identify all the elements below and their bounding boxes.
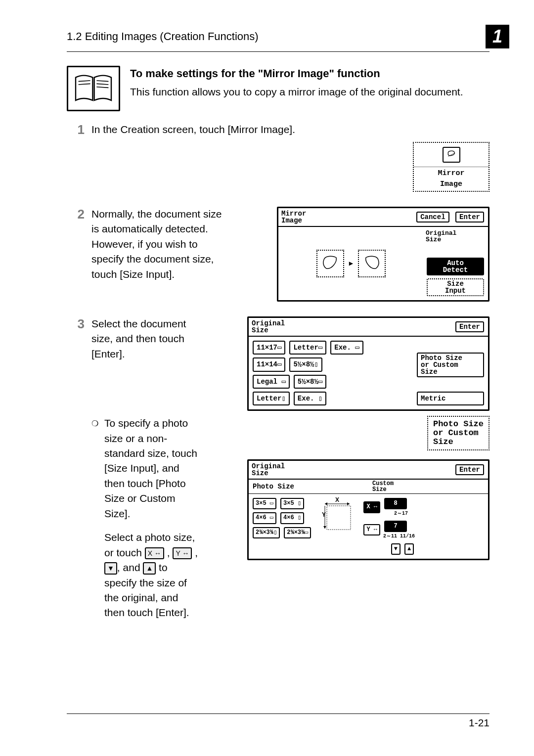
size-button[interactable]: Letter▯: [253, 392, 290, 405]
svg-marker-7: [347, 502, 350, 505]
photo-size-button[interactable]: 3×5 ▭: [253, 498, 276, 509]
step-number: 1: [67, 122, 85, 192]
step-text: In the Creation screen, touch [Mirror Im…: [91, 122, 490, 137]
y-range: 2～11 11/16: [383, 533, 415, 540]
screen-title: Original Size: [252, 463, 285, 477]
size-button[interactable]: 5½×8½▭: [294, 375, 326, 389]
metric-button[interactable]: Metric: [417, 392, 484, 405]
x-adjust-icon: X ↔: [145, 547, 164, 559]
size-button[interactable]: Legal ▭: [253, 375, 290, 389]
photo-custom-button[interactable]: Photo Size or Custom Size: [417, 353, 484, 377]
arrow-icon: ▶: [349, 259, 353, 268]
photo-size-button[interactable]: 3×5 ▯: [280, 498, 304, 509]
cancel-button[interactable]: Cancel: [416, 212, 449, 222]
mirror-image-button-label: Mirror: [438, 169, 464, 178]
photo-size-button[interactable]: 2¾×3¾▭: [284, 527, 311, 538]
custom-size-tab[interactable]: Custom Size: [368, 480, 488, 493]
y-value: 7: [384, 521, 407, 532]
step-text: Normally, the document size is automatic…: [91, 207, 230, 302]
increment-button[interactable]: ▲: [404, 543, 414, 555]
original-size-label: Original Size: [426, 230, 485, 243]
original-image-icon: [316, 250, 344, 277]
section-heading: To make settings for the "Mirror Image" …: [130, 66, 490, 82]
header-title: 1.2 Editing Images (Creation Functions): [67, 30, 259, 43]
section-description: This function allows you to copy a mirro…: [130, 85, 490, 99]
chapter-number-badge: 1: [486, 25, 509, 48]
size-button[interactable]: Exe. ▭: [330, 341, 363, 355]
screen-title: Mirror Image: [281, 210, 306, 224]
size-button[interactable]: Exe. ▯: [294, 392, 326, 405]
step-number: 2: [67, 207, 85, 302]
down-icon: ▼: [104, 562, 117, 574]
photo-size-tab[interactable]: Photo Size: [249, 480, 368, 493]
step-number: 3: [67, 316, 85, 621]
mirrored-image-icon: [358, 250, 386, 277]
size-button[interactable]: 11×14▭: [253, 357, 285, 371]
y-adjust-button[interactable]: Y ↔: [363, 524, 380, 535]
svg-marker-8: [325, 502, 327, 505]
decrement-button[interactable]: ▼: [391, 543, 400, 555]
photo-size-button[interactable]: 4×6 ▭: [253, 512, 276, 524]
size-button[interactable]: Letter▭: [289, 341, 326, 355]
svg-text:X: X: [335, 497, 339, 503]
photo-size-button[interactable]: 4×6 ▯: [280, 512, 304, 524]
size-button[interactable]: 5½×8½▯: [289, 357, 322, 371]
book-icon: [67, 66, 120, 111]
svg-text:Y: Y: [322, 511, 326, 518]
auto-detect-button[interactable]: Auto Detect: [427, 258, 484, 275]
photo-size-button[interactable]: 2¾×3¾▯: [253, 527, 280, 538]
step-text: Select the document size, and then touch…: [91, 316, 188, 411]
enter-button[interactable]: Enter: [455, 464, 484, 475]
photo-custom-standalone-button[interactable]: Photo Size or Custom Size: [427, 416, 490, 450]
mirror-icon: [443, 147, 460, 163]
x-range: 2～17: [383, 510, 408, 518]
x-adjust-button[interactable]: X ↔: [363, 501, 380, 513]
x-value: 8: [384, 498, 407, 509]
screen-title: Original Size: [252, 320, 285, 334]
page-number: 1-21: [469, 717, 490, 728]
enter-button[interactable]: Enter: [455, 212, 484, 222]
sub-step-text: Select a photo size, or touch X ↔ , Y ↔ …: [104, 530, 201, 621]
svg-rect-12: [327, 506, 351, 530]
y-adjust-icon: Y ↔: [173, 547, 192, 559]
size-button[interactable]: 11×17▭: [253, 341, 285, 355]
sub-step-text: To specify a photo size or a non-standar…: [104, 416, 201, 521]
enter-button[interactable]: Enter: [455, 321, 484, 332]
bullet-icon: ❍: [91, 416, 99, 621]
svg-marker-11: [323, 526, 326, 529]
mirror-image-button-label2: Image: [440, 180, 462, 188]
size-input-button[interactable]: Size Input: [427, 278, 484, 296]
up-icon: ▲: [143, 562, 156, 574]
